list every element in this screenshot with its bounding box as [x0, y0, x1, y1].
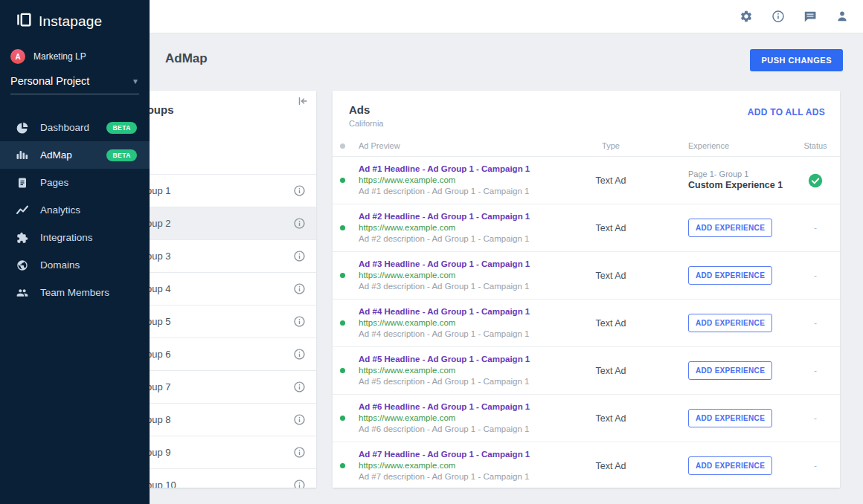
sidebar-item-team-members[interactable]: Team Members	[0, 279, 150, 306]
sidebar-item-admap[interactable]: AdMap BETA	[0, 141, 150, 169]
status-dash: -	[814, 366, 817, 376]
divider	[10, 94, 139, 94]
ad-active-dot	[340, 320, 345, 326]
sidebar-item-dashboard[interactable]: Dashboard BETA	[0, 114, 150, 141]
column-type: Type	[536, 141, 685, 150]
ad-url: https://www.example.com	[359, 317, 536, 329]
info-icon[interactable]	[293, 184, 306, 197]
experience-page: Page 1- Group 1	[688, 169, 797, 179]
logo[interactable]: Instapage	[0, 0, 150, 32]
experience-info[interactable]: Page 1- Group 1 Custom Experience 1	[688, 169, 797, 192]
add-experience-button[interactable]: ADD EXPERIENCE	[688, 456, 772, 475]
sidebar-item-analytics[interactable]: Analytics	[0, 196, 150, 224]
add-experience-button[interactable]: ADD EXPERIENCE	[688, 314, 772, 332]
ad-url: https://www.example.com	[359, 222, 536, 233]
info-icon[interactable]	[293, 381, 306, 393]
info-icon[interactable]	[293, 413, 306, 426]
ad-row[interactable]: Ad #3 Headline - Ad Group 1 - Campaign 1…	[333, 252, 840, 300]
app-root: AdMap PUSH CHANGES Ad Groups Ad Group 1 …	[0, 0, 863, 504]
ad-active-dot	[340, 368, 345, 373]
ad-preview: Ad #7 Headline - Ad Group 1 - Campaign 1…	[359, 449, 536, 482]
ad-active-dot	[340, 225, 345, 230]
ad-active-dot	[340, 178, 345, 183]
add-to-all-ads-button[interactable]: ADD TO ALL ADS	[748, 107, 825, 117]
column-ad-preview: Ad Preview	[359, 141, 536, 150]
add-experience-button[interactable]: ADD EXPERIENCE	[688, 409, 772, 427]
ad-description: Ad #1 description - Ad Group 1 - Campaig…	[359, 186, 536, 197]
settings-icon[interactable]	[739, 9, 754, 24]
ad-preview: Ad #2 Headline - Ad Group 1 - Campaign 1…	[359, 211, 536, 245]
ad-row[interactable]: Ad #1 Headline - Ad Group 1 - Campaign 1…	[333, 157, 840, 204]
ad-row[interactable]: Ad #5 Headline - Ad Group 1 - Campaign 1…	[333, 347, 840, 395]
ad-status: -	[797, 271, 834, 281]
admap-icon	[16, 149, 28, 161]
sidebar-item-label: Dashboard	[40, 122, 106, 133]
column-experience: Experience	[685, 141, 797, 150]
beta-badge: BETA	[106, 149, 137, 161]
sidebar-item-domains[interactable]: Domains	[0, 251, 150, 279]
ad-type: Text Ad	[536, 271, 685, 281]
instapage-logo-icon	[15, 11, 33, 32]
collapse-panel-icon[interactable]	[295, 94, 310, 109]
ad-status: -	[797, 318, 834, 329]
ad-type: Text Ad	[536, 461, 685, 471]
column-status: Status	[797, 141, 834, 150]
ad-type: Text Ad	[536, 175, 685, 186]
user-icon[interactable]	[835, 9, 850, 24]
pages-icon	[16, 177, 28, 189]
add-experience-button[interactable]: ADD EXPERIENCE	[688, 219, 772, 237]
ad-preview: Ad #6 Headline - Ad Group 1 - Campaign 1…	[359, 401, 536, 435]
logo-text: Instapage	[39, 13, 102, 30]
workspace-selector[interactable]: A Marketing LP	[10, 49, 150, 64]
ad-headline: Ad #1 Headline - Ad Group 1 - Campaign 1	[359, 164, 536, 175]
project-selector[interactable]: Personal Project ▼	[10, 75, 139, 87]
info-icon[interactable]	[293, 250, 306, 262]
workspace-avatar: A	[10, 49, 25, 64]
ad-row[interactable]: Ad #4 Headline - Ad Group 1 - Campaign 1…	[333, 300, 840, 347]
experience-name: Custom Experience 1	[688, 179, 797, 192]
ad-headline: Ad #2 Headline - Ad Group 1 - Campaign 1	[359, 211, 536, 222]
sidebar-item-label: Integrations	[40, 232, 137, 243]
ad-row[interactable]: Ad #7 Headline - Ad Group 1 - Campaign 1…	[333, 442, 840, 488]
ad-row[interactable]: Ad #2 Headline - Ad Group 1 - Campaign 1…	[333, 204, 840, 252]
sidebar-item-label: Analytics	[40, 204, 137, 216]
info-icon[interactable]	[293, 282, 306, 295]
ad-type: Text Ad	[536, 318, 685, 329]
add-experience-button[interactable]: ADD EXPERIENCE	[688, 266, 772, 285]
ad-headline: Ad #6 Headline - Ad Group 1 - Campaign 1	[359, 401, 536, 413]
info-icon[interactable]	[771, 9, 786, 24]
workspace-name: Marketing LP	[33, 51, 86, 62]
info-icon[interactable]	[293, 446, 306, 459]
page-title: AdMap	[165, 51, 208, 66]
ad-preview: Ad #5 Headline - Ad Group 1 - Campaign 1…	[359, 354, 536, 387]
ads-panel: Ads California ADD TO ALL ADS Ad Preview…	[333, 91, 840, 488]
sidebar-item-integrations[interactable]: Integrations	[0, 224, 150, 251]
ad-url: https://www.example.com	[359, 365, 536, 376]
ad-headline: Ad #3 Headline - Ad Group 1 - Campaign 1	[359, 259, 536, 270]
chat-icon[interactable]	[803, 9, 818, 24]
ad-status: -	[797, 366, 834, 376]
integrations-icon	[16, 232, 28, 244]
sidebar: Instapage A Marketing LP Personal Projec…	[0, 0, 150, 504]
domains-icon	[16, 259, 28, 271]
ad-preview: Ad #4 Headline - Ad Group 1 - Campaign 1…	[359, 306, 536, 340]
sidebar-nav: Dashboard BETA AdMap BETA Pages	[0, 114, 150, 306]
sidebar-item-label: Team Members	[40, 287, 137, 298]
ads-header: Ads California ADD TO ALL ADS	[333, 91, 840, 128]
team-members-icon	[16, 287, 28, 299]
ad-type: Text Ad	[536, 223, 685, 233]
ad-url: https://www.example.com	[359, 413, 536, 424]
sidebar-item-pages[interactable]: Pages	[0, 169, 150, 196]
status-check-icon	[808, 173, 823, 188]
ad-type: Text Ad	[536, 413, 685, 424]
info-icon[interactable]	[293, 315, 306, 328]
ad-url: https://www.example.com	[359, 460, 536, 471]
chevron-down-icon: ▼	[132, 77, 139, 85]
push-changes-button[interactable]: PUSH CHANGES	[750, 49, 843, 71]
add-experience-button[interactable]: ADD EXPERIENCE	[688, 361, 772, 380]
ad-row[interactable]: Ad #6 Headline - Ad Group 1 - Campaign 1…	[333, 395, 840, 442]
status-dash: -	[814, 318, 817, 329]
info-icon[interactable]	[293, 348, 306, 361]
info-icon[interactable]	[293, 479, 306, 488]
info-icon[interactable]	[293, 217, 306, 230]
